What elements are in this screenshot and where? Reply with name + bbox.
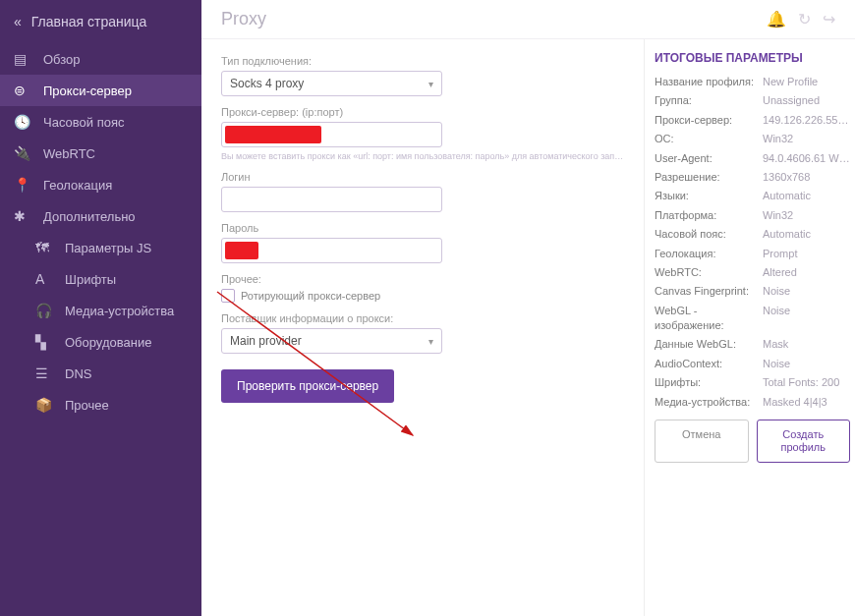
sidebar-item-webrtc[interactable]: 🔌 WebRTC — [0, 138, 201, 169]
summary-row-value: Masked 4|4|3 — [763, 395, 850, 410]
sidebar-item-proxy[interactable]: ⊜ Прокси-сервер — [0, 75, 201, 106]
proxy-server-label: Прокси-сервер: (ip:порт) — [221, 106, 624, 118]
summary-title: ИТОГОВЫЕ ПАРАМЕТРЫ — [655, 51, 850, 65]
sidebar-item-geolocation[interactable]: 📍 Геолокация — [0, 169, 201, 200]
summary-row-label: Группа: — [655, 93, 763, 108]
proxy-server-hint: Вы можете вставить прокси как «url: порт… — [221, 151, 624, 161]
provider-select[interactable]: Main provider ▾ — [221, 328, 442, 354]
summary-row: Шрифты:Total Fonts: 200 — [655, 375, 850, 390]
clock-icon: 🕓 — [14, 114, 35, 130]
sidebar-item-label: DNS — [65, 366, 91, 381]
conn-type-value: Socks 4 proxy — [230, 77, 304, 90]
sidebar-item-media[interactable]: 🎧 Медиа-устройства — [0, 295, 201, 326]
annotation-arrow-icon — [211, 286, 428, 443]
summary-row-value: Noise — [763, 304, 850, 334]
summary-row-label: Название профиля: — [655, 75, 763, 89]
login-input[interactable] — [221, 187, 442, 212]
summary-row-label: User-Agent: — [655, 151, 763, 166]
font-icon: A — [35, 271, 57, 287]
summary-row-value: Mask — [763, 337, 850, 352]
summary-row: Название профиля:New Profile — [655, 75, 850, 89]
summary-row-value: Noise — [763, 357, 850, 371]
summary-row-label: Canvas Fingerprint: — [655, 284, 763, 299]
summary-row-label: Медиа-устройства: — [655, 395, 763, 410]
summary-row-value: Win32 — [763, 208, 850, 223]
summary-buttons: Отмена Создать профиль — [655, 420, 850, 463]
summary-row: User-Agent:94.0.4606.61 Windows — [655, 151, 850, 166]
summary-row-label: WebRTC: — [655, 265, 763, 280]
topbar-icons: 🔔 ↻ ↪ — [767, 10, 835, 28]
rotating-proxy-checkbox[interactable] — [221, 289, 235, 303]
summary-row-value: 149.126.226.55:13780/SOC... — [763, 113, 850, 128]
asterisk-icon: ✱ — [14, 208, 35, 224]
summary-row: Разрешение:1360x768 — [655, 170, 850, 185]
summary-row: Данные WebGL:Mask — [655, 337, 850, 352]
sidebar-item-label: Оборудование — [65, 335, 151, 350]
sidebar-item-label: Параметры JS — [65, 241, 151, 255]
sidebar: « Главная страница ▤ Обзор ⊜ Прокси-серв… — [0, 0, 201, 616]
summary-row-value: Win32 — [763, 132, 850, 146]
summary-row: Медиа-устройства:Masked 4|4|3 — [655, 395, 850, 410]
headphones-icon: 🎧 — [35, 303, 57, 318]
login-label: Логин — [221, 171, 624, 183]
summary-row: AudioContext:Noise — [655, 357, 850, 371]
summary-row-label: Геолокация: — [655, 247, 763, 261]
summary-row-label: Данные WebGL: — [655, 337, 763, 352]
logout-icon[interactable]: ↪ — [823, 10, 835, 28]
proxy-server-input[interactable] — [221, 122, 442, 147]
summary-row-label: Шрифты: — [655, 375, 763, 390]
provider-label: Поставщик информации о прокси: — [221, 312, 624, 324]
sidebar-item-dns[interactable]: ☰ DNS — [0, 358, 201, 389]
sidebar-item-timezone[interactable]: 🕓 Часовой пояс — [0, 106, 201, 138]
summary-row-value: 1360x768 — [763, 170, 850, 185]
home-link[interactable]: « Главная страница — [0, 6, 201, 43]
plug-icon: 🔌 — [14, 145, 35, 161]
chevron-down-icon: ▾ — [428, 79, 433, 89]
summary-row-value: Automatic — [763, 189, 850, 203]
sidebar-item-label: Обзор — [43, 52, 81, 67]
location-icon: 📍 — [14, 177, 35, 193]
summary-row-value: Prompt — [763, 247, 850, 261]
check-proxy-button[interactable]: Проверить прокси-сервер — [221, 369, 394, 403]
summary-row: Геолокация:Prompt — [655, 247, 850, 261]
summary-row-label: Разрешение: — [655, 170, 763, 185]
sidebar-item-label: Дополнительно — [43, 209, 136, 224]
proxy-form: Тип подключения: Socks 4 proxy ▾ Прокси-… — [201, 39, 644, 616]
server-icon: ☰ — [35, 365, 57, 381]
conn-type-select[interactable]: Socks 4 proxy ▾ — [221, 71, 442, 96]
sidebar-item-advanced[interactable]: ✱ Дополнительно — [0, 200, 201, 232]
redacted-block — [225, 242, 258, 259]
cancel-button[interactable]: Отмена — [655, 420, 749, 463]
summary-row-label: Языки: — [655, 189, 763, 203]
sidebar-item-js-params[interactable]: 🗺 Параметры JS — [0, 232, 201, 263]
summary-row-label: WebGL - изображение: — [655, 304, 763, 334]
create-profile-button[interactable]: Создать профиль — [757, 420, 851, 463]
summary-row-value: Unassigned — [763, 93, 850, 108]
summary-row: Canvas Fingerprint:Noise — [655, 284, 850, 299]
box-icon: 📦 — [35, 397, 57, 413]
summary-row: Платформа:Win32 — [655, 208, 850, 223]
home-label: Главная страница — [31, 14, 147, 29]
summary-row-value: Total Fonts: 200 — [763, 375, 850, 390]
bell-icon[interactable]: 🔔 — [767, 10, 786, 28]
sidebar-item-other[interactable]: 📦 Прочее — [0, 389, 201, 420]
sidebar-item-hardware[interactable]: ▚ Оборудование — [0, 326, 201, 358]
summary-row-value: Automatic — [763, 227, 850, 242]
summary-row: WebGL - изображение:Noise — [655, 304, 850, 334]
summary-row: Языки:Automatic — [655, 189, 850, 203]
refresh-icon[interactable]: ↻ — [798, 10, 811, 28]
summary-row-label: AudioContext: — [655, 357, 763, 371]
sidebar-item-fonts[interactable]: A Шрифты — [0, 263, 201, 295]
chevron-left-icon: « — [14, 14, 22, 29]
sidebar-item-label: Прокси-сервер — [43, 84, 132, 98]
summary-row: ОС:Win32 — [655, 132, 850, 146]
redacted-block — [225, 126, 321, 143]
password-input[interactable] — [221, 238, 442, 263]
summary-row: Часовой пояс:Automatic — [655, 227, 850, 242]
map-icon: 🗺 — [35, 240, 57, 255]
summary-panel: ИТОГОВЫЕ ПАРАМЕТРЫ Название профиля:New … — [644, 39, 855, 616]
conn-type-label: Тип подключения: — [221, 55, 624, 67]
sidebar-item-overview[interactable]: ▤ Обзор — [0, 43, 201, 75]
sidebar-item-label: Геолокация — [43, 178, 112, 193]
summary-row-value: Noise — [763, 284, 850, 299]
